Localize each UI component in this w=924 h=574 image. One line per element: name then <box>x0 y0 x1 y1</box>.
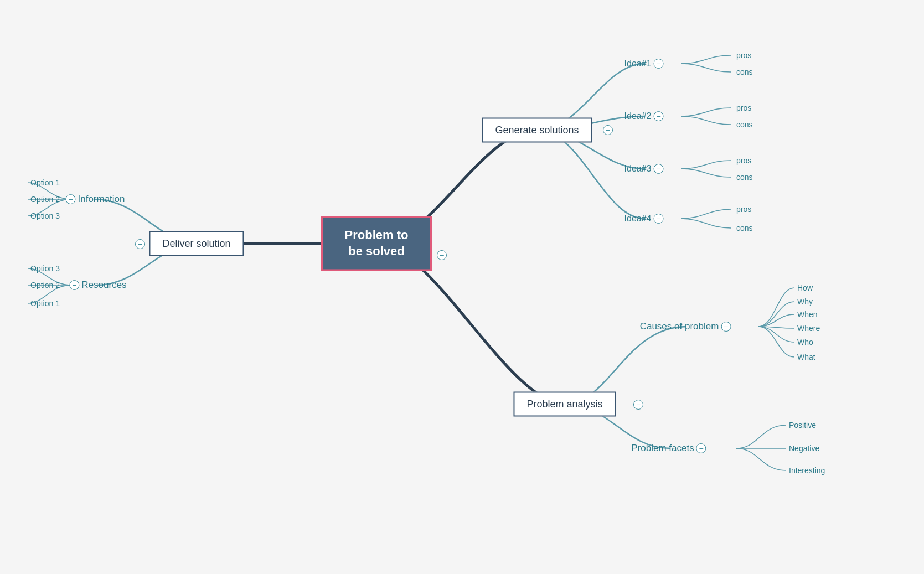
idea1-node: Idea#1 − <box>624 59 666 69</box>
problem-facets-node: Problem facets − <box>631 443 708 454</box>
problem-analysis-collapse[interactable]: − <box>633 400 643 410</box>
info-option2: Option 2 <box>30 194 60 204</box>
information-collapse[interactable]: − <box>65 194 75 204</box>
info-option1: Option 1 <box>30 178 60 188</box>
generate-solutions-label: Generate solutions <box>495 125 579 136</box>
center-label: Problem to be solved <box>345 228 409 258</box>
resources-node: − Resources <box>67 280 126 291</box>
idea2-pros: pros <box>736 103 751 113</box>
information-label: Information <box>78 194 125 205</box>
idea3-cons: cons <box>736 172 753 182</box>
info-option3: Option 3 <box>30 211 60 221</box>
idea1-collapse[interactable]: − <box>653 59 663 69</box>
idea4-cons: cons <box>736 223 753 233</box>
problem-analysis-node: Problem analysis <box>513 392 616 417</box>
generate-solutions-node: Generate solutions <box>482 118 592 143</box>
problem-analysis-label: Problem analysis <box>526 399 602 410</box>
idea4-pros: pros <box>736 204 751 214</box>
causes-collapse[interactable]: − <box>721 322 731 332</box>
information-node: − Information <box>63 194 125 205</box>
idea4-node: Idea#4 − <box>624 214 666 224</box>
facet-negative: Negative <box>789 443 819 453</box>
facet-interesting: Interesting <box>789 466 825 475</box>
cause-what: What <box>797 352 815 362</box>
resources-label: Resources <box>81 280 126 291</box>
resources-collapse[interactable]: − <box>69 280 79 290</box>
res-option1: Option 1 <box>30 298 60 308</box>
cause-where: Where <box>797 323 820 333</box>
res-option2: Option 2 <box>30 280 60 290</box>
res-option3: Option 3 <box>30 263 60 273</box>
idea1-cons: cons <box>736 67 753 77</box>
center-collapse-icon[interactable]: − <box>437 250 447 260</box>
facet-positive: Positive <box>789 420 816 430</box>
idea2-label: Idea#2 <box>624 111 652 121</box>
idea3-label: Idea#3 <box>624 164 652 174</box>
idea2-node: Idea#2 − <box>624 111 666 121</box>
idea1-label: Idea#1 <box>624 59 652 69</box>
idea3-pros: pros <box>736 156 751 166</box>
facets-label: Problem facets <box>631 443 694 454</box>
cause-who: Who <box>797 337 813 347</box>
idea4-collapse[interactable]: − <box>653 214 663 224</box>
idea3-collapse[interactable]: − <box>653 164 663 174</box>
idea2-cons: cons <box>736 120 753 130</box>
generate-solutions-collapse[interactable]: − <box>603 125 613 135</box>
idea4-label: Idea#4 <box>624 214 652 224</box>
cause-when: When <box>797 309 818 319</box>
cause-how: How <box>797 283 813 293</box>
idea2-collapse[interactable]: − <box>653 111 663 121</box>
deliver-solution-label: Deliver solution <box>162 238 230 249</box>
cause-why: Why <box>797 297 813 307</box>
deliver-solution-collapse[interactable]: − <box>135 239 145 249</box>
idea1-pros: pros <box>736 50 751 60</box>
deliver-solution-node: Deliver solution <box>149 231 244 256</box>
causes-of-problem-node: Causes of problem − <box>640 321 734 332</box>
causes-label: Causes of problem <box>640 321 719 332</box>
idea3-node: Idea#3 − <box>624 164 666 174</box>
center-node: Problem to be solved <box>321 216 432 271</box>
facets-collapse[interactable]: − <box>696 443 706 453</box>
